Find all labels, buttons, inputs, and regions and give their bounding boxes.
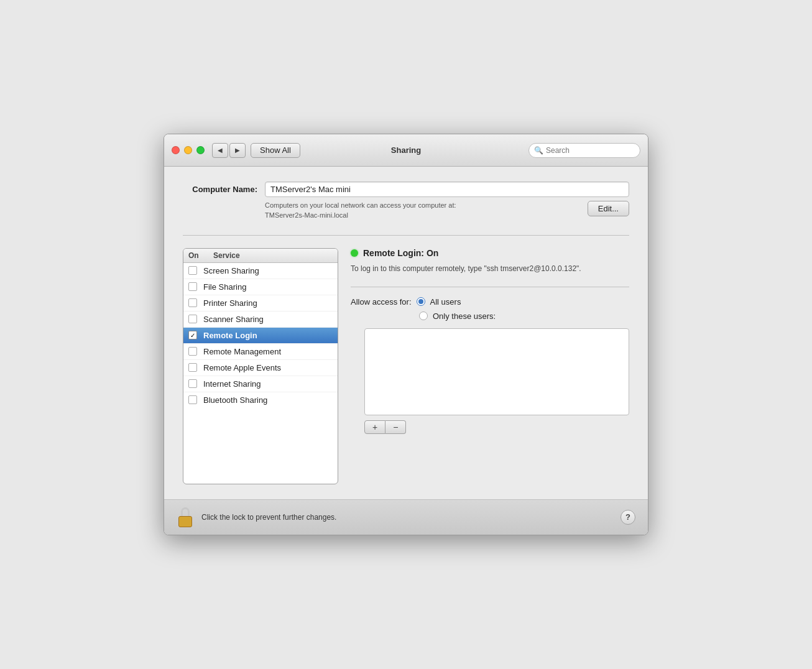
help-button[interactable]: ? — [621, 510, 635, 525]
service-item[interactable]: File Sharing — [183, 279, 338, 295]
title-bar: ◀ ▶ Show All Sharing 🔍 — [164, 134, 648, 167]
section-divider — [183, 235, 629, 236]
helper-line1: Computers on your local network can acce… — [265, 201, 456, 210]
radio-inner-all — [418, 299, 423, 304]
right-divider — [351, 287, 629, 287]
search-box[interactable]: 🔍 — [528, 143, 640, 158]
service-item[interactable]: Printer Sharing — [183, 295, 338, 311]
lock-icon[interactable] — [177, 507, 194, 527]
service-item[interactable]: Remote Management — [183, 344, 338, 360]
service-item[interactable]: Bluetooth Sharing — [183, 392, 338, 408]
bottom-bar: Click the lock to prevent further change… — [164, 499, 648, 535]
main-section: On Service Screen SharingFile SharingPri… — [183, 248, 629, 484]
only-these-label: Only these users: — [433, 311, 496, 321]
lock-shackle — [181, 507, 190, 516]
header-service: Service — [213, 251, 240, 260]
nav-buttons: ◀ ▶ — [212, 143, 246, 158]
traffic-lights — [172, 146, 205, 154]
service-checkbox[interactable] — [188, 315, 197, 323]
forward-button[interactable]: ▶ — [229, 143, 246, 158]
content-area: Computer Name: Computers on your local n… — [164, 167, 648, 499]
computer-name-helper: Computers on your local network can acce… — [265, 201, 629, 220]
all-users-label: All users — [430, 297, 461, 307]
service-checkbox[interactable] — [188, 282, 197, 291]
header-on: On — [188, 251, 213, 260]
access-row-only: Only these users: — [419, 311, 629, 321]
service-checkbox[interactable] — [188, 347, 197, 356]
lock-body — [178, 516, 192, 527]
service-items-container: Screen SharingFile SharingPrinter Sharin… — [183, 263, 338, 408]
add-user-button[interactable]: + — [364, 420, 385, 434]
service-name: Internet Sharing — [203, 379, 261, 389]
status-indicator — [351, 249, 358, 257]
only-these-radio[interactable] — [419, 311, 428, 320]
maximize-button[interactable] — [196, 146, 205, 154]
users-list — [364, 328, 629, 415]
service-name: Bluetooth Sharing — [203, 395, 267, 405]
search-input[interactable] — [546, 146, 635, 155]
window-title: Sharing — [391, 145, 421, 155]
sharing-window: ◀ ▶ Show All Sharing 🔍 Computer Name: Co… — [164, 134, 648, 535]
helper-line2: TMServer2s-Mac-mini.local — [265, 211, 456, 220]
service-name: Remote Management — [203, 347, 281, 356]
all-users-radio[interactable] — [417, 297, 425, 306]
service-checkbox[interactable] — [188, 395, 197, 404]
computer-name-helper-text: Computers on your local network can acce… — [265, 201, 456, 220]
access-section: Allow access for: All users Only these u… — [351, 297, 629, 321]
access-row-all: Allow access for: All users — [351, 297, 629, 307]
add-remove-buttons: + − — [364, 420, 629, 434]
right-panel: Remote Login: On To log in to this compu… — [351, 248, 629, 484]
back-button[interactable]: ◀ — [212, 143, 228, 158]
computer-name-input[interactable] — [265, 182, 629, 197]
service-checkbox[interactable] — [188, 363, 197, 372]
remove-user-button[interactable]: − — [385, 420, 406, 434]
minimize-button[interactable] — [184, 146, 192, 154]
search-icon: 🔍 — [534, 146, 543, 155]
status-line: Remote Login: On — [351, 248, 629, 258]
service-item[interactable]: ✓Remote Login — [183, 328, 338, 344]
access-for-label: Allow access for: — [351, 297, 412, 307]
lock-text: Click the lock to prevent further change… — [201, 513, 336, 522]
computer-name-section: Computer Name: Computers on your local n… — [183, 182, 629, 220]
service-checkbox[interactable] — [188, 298, 197, 307]
status-title: Remote Login: On — [363, 248, 438, 258]
service-name: Remote Apple Events — [203, 363, 281, 372]
service-item[interactable]: Internet Sharing — [183, 376, 338, 392]
service-name: File Sharing — [203, 282, 246, 292]
service-item[interactable]: Remote Apple Events — [183, 360, 338, 376]
service-name: Screen Sharing — [203, 266, 259, 275]
show-all-button[interactable]: Show All — [251, 143, 300, 158]
computer-name-right: Computers on your local network can acce… — [265, 182, 629, 220]
close-button[interactable] — [172, 146, 180, 154]
status-description: To log in to this computer remotely, typ… — [351, 263, 629, 274]
service-checkbox[interactable] — [188, 266, 197, 275]
service-checkbox[interactable] — [188, 379, 197, 388]
service-item[interactable]: Scanner Sharing — [183, 311, 338, 328]
service-name: Remote Login — [203, 331, 257, 340]
service-checkbox[interactable]: ✓ — [188, 331, 197, 339]
service-item[interactable]: Screen Sharing — [183, 263, 338, 279]
service-name: Printer Sharing — [203, 298, 257, 308]
computer-name-label: Computer Name: — [183, 182, 257, 194]
edit-button[interactable]: Edit... — [588, 201, 629, 216]
service-list-header: On Service — [183, 249, 338, 263]
service-list: On Service Screen SharingFile SharingPri… — [183, 248, 338, 484]
service-name: Scanner Sharing — [203, 315, 264, 324]
